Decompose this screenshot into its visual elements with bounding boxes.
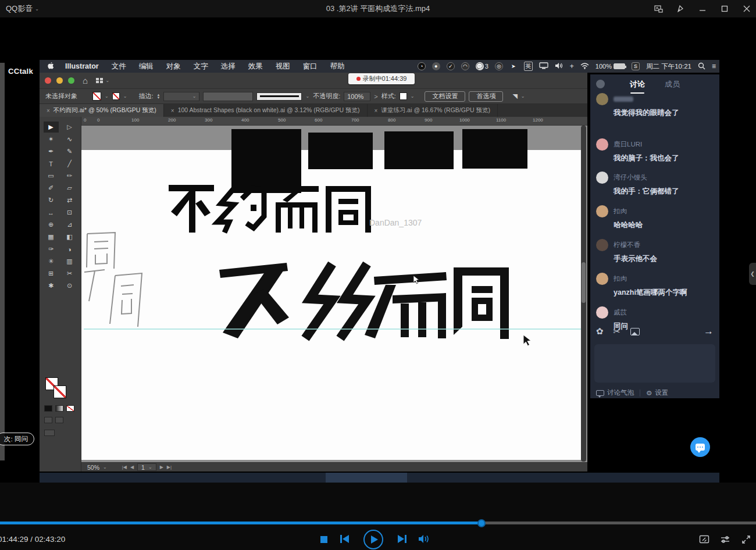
panel-collapse-handle[interactable]: ❮ [749, 263, 756, 285]
streamer-avatar[interactable] [596, 80, 605, 88]
stroke-weight-select[interactable]: ⌄ [163, 92, 199, 101]
tool-blend-icon[interactable]: ◑ [62, 244, 77, 255]
tool-paintbrush-icon[interactable]: ✏ [62, 170, 77, 181]
menu-edit[interactable]: 编辑 [133, 62, 160, 72]
video-frame[interactable]: CCtalk Illustrator 文件 编辑 对象 文字 选择 效果 视图 … [0, 17, 756, 483]
menu-select[interactable]: 选择 [215, 62, 242, 72]
none-button[interactable] [66, 405, 74, 412]
mini-mode-icon[interactable] [654, 4, 663, 13]
screen-mode-button[interactable] [44, 430, 55, 436]
fill-stroke-indicator[interactable] [45, 377, 69, 401]
menu-file[interactable]: 文件 [105, 62, 133, 72]
scissors-icon[interactable]: ✂ [614, 326, 621, 337]
minimize-button[interactable] [698, 4, 707, 13]
screenshot-tool-icon[interactable] [699, 534, 709, 545]
tool-gradient-icon[interactable]: ◧ [62, 231, 77, 242]
horizontal-ruler[interactable]: 0 0 100 200 300 400 500 600 700 800 900 … [81, 117, 587, 126]
tab-document-2[interactable]: × 100 Abstract Shapes (black on white).a… [164, 104, 368, 117]
tool-magic-wand-icon[interactable]: ✶ [44, 134, 59, 145]
play-button[interactable] [363, 530, 383, 549]
style-swatch[interactable] [400, 92, 407, 100]
send-arrow-icon[interactable]: → [704, 326, 714, 337]
menu-help[interactable]: 帮助 [324, 62, 351, 72]
menu-illustrator[interactable]: Illustrator [59, 62, 105, 70]
artboard-canvas[interactable]: DanDan_1307 [81, 126, 587, 462]
chevron-down-icon[interactable]: ⌄ [103, 465, 107, 470]
tool-slice-icon[interactable]: ✂ [62, 268, 77, 279]
tab-document-1[interactable]: × 不约而同.ai* @ 50% (RGB/GPU 预览) [40, 104, 164, 117]
volume-button[interactable] [418, 534, 430, 544]
image-icon[interactable] [630, 328, 640, 335]
status-app2-icon[interactable]: ● [432, 62, 440, 70]
tool-direct-selection-icon[interactable]: ▷ [62, 122, 77, 133]
menu-object[interactable]: 对象 [160, 62, 187, 72]
tool-shape-builder-icon[interactable]: ⊕ [44, 219, 59, 230]
stop-button[interactable] [320, 536, 327, 543]
airdrop-icon[interactable]: ➤ [509, 62, 518, 70]
emoji-icon[interactable]: ✿ [596, 326, 604, 337]
menu-view[interactable]: 视图 [269, 62, 297, 72]
tool-artboard-icon[interactable]: ⊞ [44, 268, 59, 279]
tool-mesh-icon[interactable]: ▦ [44, 231, 59, 242]
tool-zoom-icon[interactable]: ⊙ [62, 280, 77, 291]
tool-symbol-sprayer-icon[interactable]: ✳ [44, 256, 59, 267]
tool-pen-icon[interactable]: ✒ [44, 146, 59, 157]
last-artboard-icon[interactable]: ▶| [167, 465, 172, 470]
brush-select[interactable] [203, 92, 253, 101]
close-button[interactable] [742, 4, 751, 13]
tool-line-icon[interactable]: ╱ [62, 158, 77, 169]
avatar[interactable] [596, 172, 608, 184]
progress-bar[interactable] [0, 522, 756, 524]
status-app3-icon[interactable]: ✓ [447, 62, 455, 70]
status-s-icon[interactable]: S [632, 62, 640, 70]
close-icon[interactable]: × [375, 108, 378, 114]
status-app4-icon[interactable]: ◠ [461, 62, 469, 70]
search-icon[interactable] [698, 62, 705, 71]
tool-lasso-icon[interactable]: ∿ [62, 134, 77, 145]
tool-eyedropper-icon[interactable]: ✑ [44, 244, 59, 255]
tab-document-3[interactable]: × 课堂练习.ai @ 16.67% (RGB/GPU 预览) [368, 104, 498, 117]
tool-scale-icon[interactable]: ⇄ [62, 195, 77, 206]
previous-button[interactable] [340, 534, 350, 544]
next-artboard-icon[interactable]: ▶ [160, 465, 163, 470]
minimize-traffic-light[interactable] [56, 77, 63, 84]
settings-sliders-icon[interactable] [720, 534, 730, 545]
stroke-stepper[interactable]: ▲▼ [156, 94, 160, 99]
chat-bubble-fab[interactable] [690, 437, 710, 457]
tab-members[interactable]: 成员 [665, 79, 680, 90]
document-setup-button[interactable]: 文档设置 [425, 91, 465, 102]
opacity-more[interactable]: > [374, 93, 377, 100]
avatar[interactable] [596, 93, 608, 105]
draw-behind-button[interactable] [55, 417, 63, 423]
next-button[interactable] [397, 534, 407, 544]
avatar[interactable] [596, 205, 608, 217]
menubar-clock[interactable]: 周二 下午10:21 [646, 62, 691, 71]
apple-menu-icon[interactable] [40, 62, 59, 72]
tool-hand-icon[interactable]: ✱ [44, 280, 59, 291]
app-menu[interactable]: QQ影音⌄ [6, 3, 39, 14]
maximize-button[interactable] [720, 4, 729, 13]
pin-on-top-icon[interactable] [676, 4, 685, 13]
tab-discussion[interactable]: 讨论 [630, 79, 645, 90]
close-icon[interactable]: × [47, 108, 50, 114]
menu-type[interactable]: 文字 [187, 62, 215, 72]
control-center-icon[interactable]: ≡ [712, 62, 716, 70]
chat-input[interactable] [594, 344, 715, 383]
preferences-button[interactable]: 首选项 [469, 91, 503, 102]
fill-swatch[interactable] [92, 92, 101, 101]
cursor-options-icon[interactable]: ◥ [512, 92, 517, 100]
move-icon[interactable]: + [570, 62, 574, 70]
tool-rotate-icon[interactable]: ↻ [44, 195, 59, 206]
opacity-value[interactable]: 100% [344, 92, 370, 101]
tool-rectangle-icon[interactable]: ▭ [44, 170, 59, 181]
color-button[interactable] [44, 405, 52, 412]
menu-window[interactable]: 窗口 [297, 62, 324, 72]
tool-shaper-icon[interactable]: ✐ [44, 183, 59, 194]
fullscreen-icon[interactable] [741, 534, 751, 545]
close-traffic-light[interactable] [45, 77, 51, 84]
status-app5-icon[interactable]: ◎ [495, 62, 503, 70]
avatar[interactable] [596, 239, 608, 251]
progress-knob[interactable] [477, 519, 486, 527]
discussion-bubbles-toggle[interactable]: 讨论气泡 [596, 388, 634, 397]
wechat-status-icon[interactable]: 💬3 [476, 62, 488, 70]
